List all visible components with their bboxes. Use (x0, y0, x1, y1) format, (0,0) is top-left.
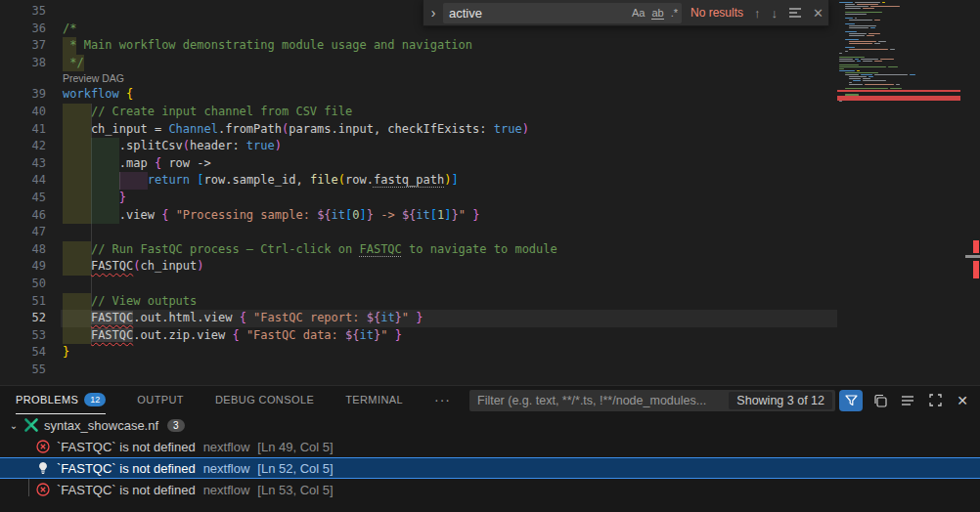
problems-file-row[interactable]: ⌄syntax_showcase.nf3 (0, 414, 980, 436)
code-line-50[interactable]: 50 (0, 276, 980, 293)
line-number: 52 (0, 310, 46, 327)
minimap[interactable] (837, 2, 962, 383)
code-line-54[interactable]: 54} (0, 344, 980, 362)
line-number: 36 (0, 21, 46, 38)
chevron-down-icon[interactable]: ⌄ (6, 420, 22, 431)
line-number: 51 (0, 293, 46, 311)
toggle-replace-icon[interactable]: › (425, 5, 441, 21)
filter-funnel-icon[interactable] (839, 390, 863, 411)
line-number: 45 (0, 190, 46, 207)
code-line-44[interactable]: 44 return [row.sample_id, file(row.fastq… (0, 172, 980, 190)
overview-ruler[interactable] (965, 0, 980, 385)
vscode-window: 3536/*37 * Main workflow demonstrating m… (0, 0, 980, 512)
problem-location: [Ln 49, Col 5] (257, 440, 333, 454)
find-results-count: No results (690, 6, 743, 20)
code-line-53[interactable]: 53 FASTQC.out.zip.view { "FastQC data: $… (0, 327, 980, 345)
line-number: 54 (0, 344, 46, 362)
line-number: 41 (0, 121, 46, 139)
panel-tab-problems[interactable]: PROBLEMS12 (16, 387, 106, 414)
filter-placeholder: Filter (e.g. text, **/*.ts, !**/node_mod… (477, 394, 729, 407)
find-widget: › active Aa ab .* No results ↑ ↓ ✕ (423, 0, 829, 26)
showing-count-badge: Showing 3 of 12 (729, 392, 832, 409)
panel-tab-debug-console[interactable]: DEBUG CONSOLE (215, 387, 314, 414)
code-line-37[interactable]: 37 * Main workflow demonstrating module … (0, 37, 980, 55)
problem-row-1[interactable]: `FASTQC` is not definednextflow[Ln 49, C… (0, 436, 980, 457)
problems-count-badge: 12 (84, 393, 106, 406)
problems-filter-input[interactable]: Filter (e.g. text, **/*.ts, !**/node_mod… (469, 390, 835, 411)
problem-source: nextflow (203, 461, 250, 476)
panel-tabs: PROBLEMS12OUTPUTDEBUG CONSOLETERMINAL··· (16, 387, 451, 414)
line-number: 55 (0, 362, 46, 379)
code-line-39[interactable]: 39workflow { (0, 86, 980, 104)
panel-tab-output[interactable]: OUTPUT (137, 387, 184, 414)
problem-row-3[interactable]: `FASTQC` is not definednextflow[Ln 53, C… (0, 479, 980, 500)
find-in-selection-icon[interactable] (788, 7, 802, 19)
line-number: 42 (0, 138, 46, 155)
line-number: 40 (0, 104, 46, 121)
problem-location: [Ln 52, Col 5] (257, 461, 333, 476)
problems-panel: PROBLEMS12OUTPUTDEBUG CONSOLETERMINAL···… (0, 385, 980, 512)
ruler-error-mark (973, 240, 979, 253)
whole-word-icon[interactable]: ab (651, 7, 663, 20)
error-icon (35, 439, 51, 454)
code-line-51[interactable]: 51 // View outputs (0, 293, 980, 311)
problem-source: nextflow (203, 483, 250, 497)
code-line-49[interactable]: 49 FASTQC(ch_input) (0, 258, 980, 276)
line-number: 53 (0, 327, 46, 345)
problem-row-2[interactable]: `FASTQC` is not definednextflow[Ln 52, C… (0, 457, 980, 479)
panel-header: PROBLEMS12OUTPUTDEBUG CONSOLETERMINAL···… (0, 386, 980, 414)
find-close-icon[interactable]: ✕ (813, 7, 824, 20)
maximize-panel-icon[interactable] (925, 391, 945, 410)
code-line-46[interactable]: 46 .view { "Processing sample: ${it[0]} … (0, 207, 980, 225)
code-line-48[interactable]: 48 // Run FastQC process – Ctrl-click on… (0, 241, 980, 259)
match-case-icon[interactable]: Aa (632, 7, 645, 19)
find-previous-icon[interactable]: ↑ (754, 7, 761, 20)
code-line-55[interactable]: 55 (0, 362, 980, 379)
code-line-45[interactable]: 45 } (0, 190, 980, 207)
panel-tab-terminal[interactable]: TERMINAL (345, 387, 403, 414)
line-number: 38 (0, 55, 46, 72)
problem-message: `FASTQC` is not defined (57, 461, 196, 476)
line-number: 49 (0, 258, 46, 276)
code-line-41[interactable]: 41 ch_input = Channel.fromPath(params.in… (0, 121, 980, 139)
ruler-error-mark (973, 261, 979, 278)
code-lines: 3536/*37 * Main workflow demonstrating m… (0, 3, 980, 378)
line-number: 47 (0, 224, 46, 241)
problem-message: `FASTQC` is not defined (57, 440, 196, 454)
lightbulb-icon (35, 460, 51, 476)
problem-message: `FASTQC` is not defined (57, 483, 196, 497)
line-number: 48 (0, 241, 46, 259)
line-number: 46 (0, 207, 46, 225)
problem-location: [Ln 53, Col 5] (257, 483, 333, 497)
line-number: 43 (0, 155, 46, 173)
find-input[interactable]: active Aa ab .* (443, 3, 682, 23)
code-line-42[interactable]: 42 .splitCsv(header: true) (0, 138, 980, 155)
find-query-text[interactable]: active (449, 6, 625, 21)
codelens-preview-dag[interactable]: Preview DAG (63, 71, 124, 86)
line-number: 50 (0, 276, 46, 293)
panel-actions: Filter (e.g. text, **/*.ts, !**/node_mod… (469, 390, 972, 411)
panel-tab--[interactable]: ··· (434, 387, 451, 414)
code-line-52[interactable]: 52 FASTQC.out.html.view { "FastQC report… (0, 310, 980, 327)
code-line-40[interactable]: 40 // Create input channel from CSV file (0, 104, 980, 121)
ruler-cursor-mark (965, 255, 980, 258)
problems-tree: ⌄syntax_showcase.nf3 `FASTQC` is not def… (0, 414, 980, 500)
nextflow-file-icon (23, 417, 39, 433)
problems-file-name: syntax_showcase.nf (44, 418, 158, 433)
regex-icon[interactable]: .* (671, 7, 678, 19)
code-line-47[interactable]: 47 (0, 224, 980, 241)
code-line-38[interactable]: 38 */ (0, 55, 980, 72)
view-as-table-icon[interactable] (898, 391, 917, 410)
find-next-icon[interactable]: ↓ (772, 7, 779, 20)
collapse-all-icon[interactable] (870, 391, 890, 410)
line-number: 44 (0, 172, 46, 190)
line-number: 35 (0, 3, 46, 21)
line-number: 37 (0, 37, 46, 55)
code-editor[interactable]: 3536/*37 * Main workflow demonstrating m… (0, 0, 980, 385)
error-icon (35, 482, 51, 497)
problem-source: nextflow (203, 440, 250, 454)
code-line-43[interactable]: 43 .map { row -> (0, 155, 980, 173)
file-problems-count-badge: 3 (167, 419, 185, 432)
close-panel-icon[interactable]: ✕ (953, 391, 972, 410)
line-number: 39 (0, 86, 46, 104)
